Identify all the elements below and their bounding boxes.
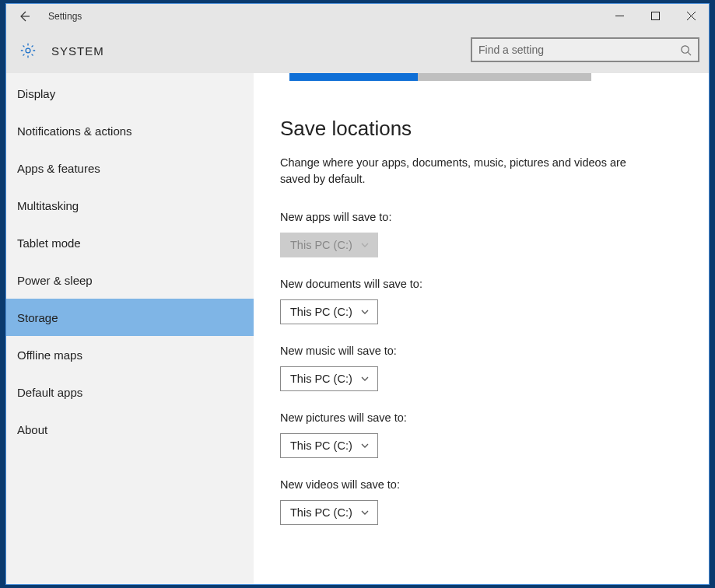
field-label: New pictures will save to: — [280, 411, 682, 424]
section-description: Change where your apps, documents, music… — [280, 155, 646, 187]
location-dropdown[interactable]: This PC (C:) — [280, 299, 378, 324]
settings-gear-icon — [19, 41, 37, 60]
sidebar-item-label: Display — [17, 87, 55, 100]
close-button[interactable] — [673, 4, 709, 28]
back-button[interactable] — [6, 4, 42, 28]
content-pane: Save locations Change where your apps, d… — [254, 73, 709, 584]
close-icon — [687, 12, 696, 20]
location-dropdown: This PC (C:) — [280, 233, 378, 257]
chevron-down-icon — [360, 508, 370, 517]
save-location-field: New pictures will save to:This PC (C:) — [280, 411, 682, 458]
sidebar-item-default-apps[interactable]: Default apps — [6, 373, 254, 411]
dropdown-value: This PC (C:) — [290, 373, 352, 385]
save-location-field: New music will save to:This PC (C:) — [280, 345, 682, 391]
chevron-down-icon — [360, 374, 370, 383]
minimize-button[interactable] — [601, 4, 637, 28]
svg-rect-0 — [651, 12, 659, 20]
section-heading: Save locations — [280, 117, 682, 141]
window-controls — [601, 4, 709, 28]
location-dropdown[interactable]: This PC (C:) — [280, 433, 378, 458]
sidebar-item-label: Tablet mode — [17, 236, 81, 250]
sidebar-item-label: Notifications & actions — [17, 124, 132, 138]
search-input[interactable]: Find a setting — [471, 37, 699, 62]
save-location-field: New apps will save to:This PC (C:) — [280, 211, 682, 257]
sidebar-item-offline-maps[interactable]: Offline maps — [6, 336, 254, 373]
page-title: SYSTEM — [51, 44, 104, 58]
sidebar-item-multitasking[interactable]: Multitasking — [6, 187, 254, 224]
arrow-left-icon — [18, 10, 30, 23]
location-dropdown[interactable]: This PC (C:) — [280, 500, 378, 525]
sidebar-item-about[interactable]: About — [6, 411, 254, 448]
save-location-field: New documents will save to:This PC (C:) — [280, 278, 682, 324]
header: SYSTEM Find a setting — [6, 28, 709, 73]
sidebar-item-label: Power & sleep — [17, 274, 93, 287]
sidebar-item-label: About — [17, 423, 47, 436]
sidebar: DisplayNotifications & actionsApps & fea… — [6, 73, 254, 584]
minimize-icon — [615, 12, 624, 20]
sidebar-item-tablet-mode[interactable]: Tablet mode — [6, 224, 254, 261]
sidebar-item-display[interactable]: Display — [6, 75, 254, 112]
sidebar-item-label: Default apps — [17, 386, 82, 399]
field-label: New videos will save to: — [280, 478, 682, 491]
settings-window: Settings SYSTEM Find a setting — [5, 3, 710, 585]
maximize-button[interactable] — [637, 4, 673, 28]
save-location-fields: New apps will save to:This PC (C:)New do… — [280, 211, 682, 525]
sidebar-item-label: Multitasking — [17, 199, 79, 212]
chevron-down-icon — [360, 441, 370, 450]
sidebar-item-apps-features[interactable]: Apps & features — [6, 149, 254, 187]
dropdown-value: This PC (C:) — [290, 506, 352, 519]
chevron-down-icon — [360, 307, 370, 317]
sidebar-item-power-sleep[interactable]: Power & sleep — [6, 261, 254, 299]
svg-point-1 — [26, 48, 30, 53]
dropdown-value: This PC (C:) — [290, 239, 352, 251]
body: DisplayNotifications & actionsApps & fea… — [6, 73, 709, 584]
maximize-icon — [651, 12, 660, 20]
search-icon — [680, 44, 692, 56]
window-title: Settings — [48, 11, 82, 22]
titlebar: Settings — [6, 4, 709, 28]
svg-point-2 — [682, 45, 689, 52]
save-location-field: New videos will save to:This PC (C:) — [280, 478, 682, 525]
gear-icon — [19, 42, 37, 59]
sidebar-item-label: Offline maps — [17, 348, 82, 362]
sidebar-item-notifications-actions[interactable]: Notifications & actions — [6, 112, 254, 149]
storage-usage-fill — [289, 73, 418, 81]
sidebar-item-label: Storage — [17, 311, 58, 324]
storage-usage-bar — [289, 73, 591, 81]
sidebar-item-storage[interactable]: Storage — [6, 299, 254, 336]
field-label: New documents will save to: — [280, 278, 682, 290]
sidebar-item-label: Apps & features — [17, 162, 100, 175]
field-label: New apps will save to: — [280, 211, 682, 223]
field-label: New music will save to: — [280, 345, 682, 357]
dropdown-value: This PC (C:) — [290, 439, 352, 452]
chevron-down-icon — [360, 240, 370, 250]
location-dropdown[interactable]: This PC (C:) — [280, 366, 378, 391]
dropdown-value: This PC (C:) — [290, 306, 352, 318]
search-placeholder: Find a setting — [478, 44, 680, 56]
